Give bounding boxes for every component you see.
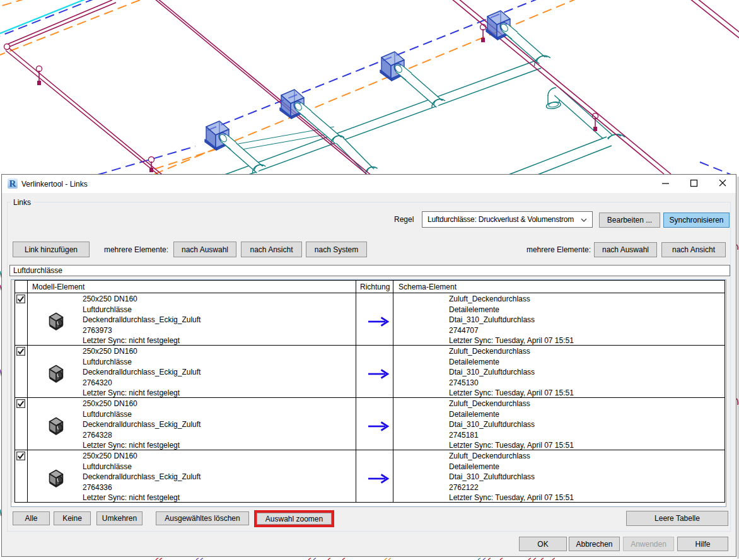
- svg-text:R: R: [9, 178, 16, 189]
